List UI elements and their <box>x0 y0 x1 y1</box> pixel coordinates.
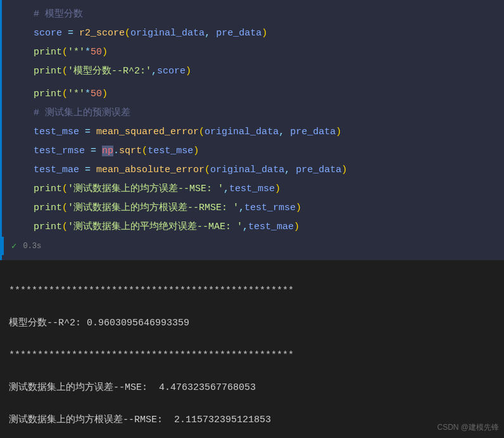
code-line: print('测试数据集上的均方误差--MSE: ',test_mse) <box>2 180 504 199</box>
code-line: # 测试集上的预测误差 <box>2 104 504 123</box>
code-line: score = r2_score(original_data, pre_data… <box>2 24 504 43</box>
success-checkmark-icon: ✓ <box>11 241 16 251</box>
code-line: test_mse = mean_squared_error(original_d… <box>2 123 504 142</box>
comment: # 模型分数 <box>34 9 83 20</box>
output-line: ****************************************… <box>9 283 495 299</box>
code-cell[interactable]: # 模型分数 score = r2_score(original_data, p… <box>0 0 504 260</box>
code-line: print('测试数据集上的平均绝对误差--MAE: ',test_mae) <box>2 218 504 237</box>
output-line: 测试数据集上的均方误差--MSE: 4.476323567768053 <box>9 380 495 396</box>
output-line: ****************************************… <box>9 347 495 364</box>
code-line: print('*'*50) <box>2 85 504 104</box>
code-line: print('测试数据集上的均方根误差--RMSE: ',test_rmse) <box>2 199 504 218</box>
execution-status: ✓ 0.3s <box>2 237 504 255</box>
output-line: 测试数据集上的均方根误差--RMSE: 2.115732395121853 <box>9 412 495 429</box>
execution-duration: 0.3s <box>23 242 41 251</box>
code-line: test_rmse = np.sqrt(test_mse) <box>2 142 504 161</box>
output-line: 模型分数--R^2: 0.9603095646993359 <box>9 315 495 332</box>
code-line: print('模型分数--R^2:',score) <box>2 62 504 81</box>
code-line: # 模型分数 <box>2 5 504 24</box>
cell-output: ****************************************… <box>0 260 504 438</box>
code-line: print('*'*50) <box>2 43 504 62</box>
code-line: test_mae = mean_absolute_error(original_… <box>2 161 504 180</box>
watermark: CSDN @建模先锋 <box>437 422 499 433</box>
comment: # 测试集上的预测误差 <box>34 108 130 118</box>
